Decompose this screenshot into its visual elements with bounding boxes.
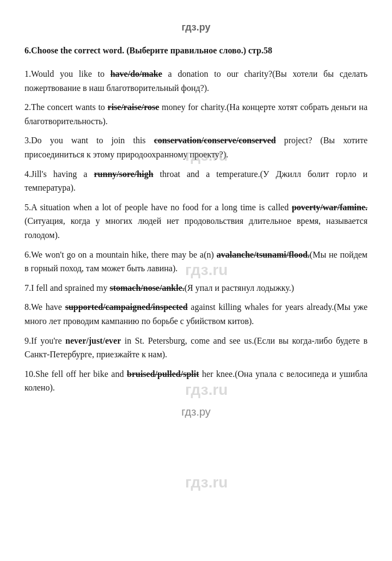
item-number: 4.Jill's having a <box>24 169 94 179</box>
list-item: 9.If you're never/just/ever in St. Peter… <box>24 334 367 362</box>
list-item: 3.Do you want to join this conservation/… <box>24 133 367 161</box>
exercise-subtitle: (Выберите правильное слово.) стр.58 <box>126 46 272 55</box>
item-number: 1.Would you like to <box>24 69 111 78</box>
list-item: 10.She fell off her bike and bruised/pul… <box>24 367 367 395</box>
item-answer: avalanche/tsunami/flood. <box>217 250 310 259</box>
list-item: 8.We have supported/campaigned/inspected… <box>24 300 367 328</box>
item-answer: stomach/nose/ankle. <box>109 283 184 292</box>
exercise-title: 6.Choose the correct word. (Выберите пра… <box>24 44 367 57</box>
list-item: 1.Would you like to have/do/make a donat… <box>24 67 367 95</box>
items-container: 1.Would you like to have/do/make a donat… <box>24 67 367 395</box>
list-item: 2.The concert wants to rise/raise/rose m… <box>24 100 367 128</box>
footer-watermark: гдз.ру <box>24 406 367 418</box>
item-answer: never/just/ever <box>65 336 121 345</box>
item-number: 7.I fell and sprained my <box>24 283 109 292</box>
list-item: 4.Jill's having a runny/sore/high throat… <box>24 167 367 195</box>
item-answer: supported/campaigned/inspected <box>65 302 188 312</box>
list-item: 5.A situation when a lot of people have … <box>24 200 367 242</box>
item-text: (Ситуация, когда у многих людей нет прод… <box>24 216 367 240</box>
site-header: гдз.ру <box>24 22 367 33</box>
item-text: (Я упал и растянул лодыжку.) <box>185 283 294 292</box>
item-answer: conservation/conserve/conserved <box>154 136 276 145</box>
watermark-4: гдз.ru <box>185 474 228 491</box>
item-answer: runny/sore/high <box>94 169 153 179</box>
item-number: 8.We have <box>24 302 65 312</box>
item-number: 10.She fell off her bike and <box>24 369 127 379</box>
item-number: 9.If you're <box>24 336 65 345</box>
item-number: 3.Do you want to join this <box>24 136 154 145</box>
item-number: 6.We won't go on a mountain hike, there … <box>24 250 217 259</box>
list-item: 6.We won't go on a mountain hike, there … <box>24 248 367 276</box>
item-number: 5.A situation when a lot of people have … <box>24 203 292 212</box>
list-item: 7.I fell and sprained my stomach/nose/an… <box>24 281 367 295</box>
exercise-title-text: 6.Choose the correct word. <box>24 46 124 55</box>
item-number: 2.The concert wants to <box>24 102 108 112</box>
item-answer: have/do/make <box>111 69 162 78</box>
item-answer: poverty/war/famine. <box>292 203 367 212</box>
item-answer: rise/raise/rose <box>108 102 160 112</box>
item-answer: bruised/pulled/split <box>127 369 199 379</box>
